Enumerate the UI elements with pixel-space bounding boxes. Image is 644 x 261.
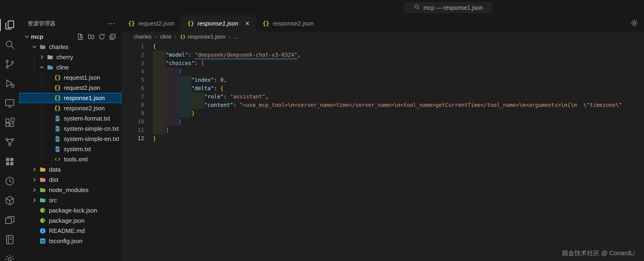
tree-item-label: mcp xyxy=(31,33,43,40)
indent-guide xyxy=(42,144,42,154)
tree-item-package.json[interactable]: package.json xyxy=(19,215,121,226)
code-line-8[interactable]: 8"content": "<use_mcp_tool>\n<server_nam… xyxy=(122,101,644,109)
indent-guide xyxy=(42,154,42,164)
tree-item-dist[interactable]: dist xyxy=(19,175,121,185)
code-line-5[interactable]: 5"index": 0, xyxy=(122,76,644,84)
tree-item-package-lock.json[interactable]: package-lock.json xyxy=(19,205,121,215)
tab-label: response2.json xyxy=(272,20,314,27)
history-icon[interactable] xyxy=(0,171,19,191)
code-token: "<use_mcp_tool> xyxy=(240,102,288,108)
tab-label: response1.json xyxy=(198,20,238,27)
chevron-right-icon[interactable] xyxy=(38,53,46,61)
container-icon[interactable] xyxy=(0,191,19,210)
twistie-spacer xyxy=(30,206,38,214)
line-content: } xyxy=(153,109,195,118)
tree-item-cline[interactable]: cline xyxy=(19,62,121,73)
code-line-9[interactable]: 9} xyxy=(122,109,644,118)
tree-item-node_modules[interactable]: node_modules xyxy=(19,185,121,195)
tab-response1.json[interactable]: {}response1.json✕ xyxy=(181,15,256,32)
extensions-icon[interactable] xyxy=(0,113,19,132)
indent-rainbow-block xyxy=(153,84,166,92)
tree-item-system.txt[interactable]: system.txt xyxy=(19,144,121,154)
source-control-icon[interactable] xyxy=(0,54,19,74)
code-line-11[interactable]: 11] xyxy=(122,126,644,134)
code-line-2[interactable]: 2"model": "deepseek/deepseek-chat-v3-032… xyxy=(122,51,644,59)
collapse-all-icon[interactable] xyxy=(109,33,116,40)
indent-rainbow-block xyxy=(179,84,192,92)
remote-explorer-icon[interactable] xyxy=(0,93,19,113)
tree-item-request2.json[interactable]: {}request2.json xyxy=(19,83,121,93)
tree-item-data[interactable]: data xyxy=(19,164,121,175)
code-token: \n xyxy=(561,102,568,108)
code-line-1[interactable]: 1{ xyxy=(122,42,644,51)
breadcrumb: charles›cline›{}response1.json›… xyxy=(122,32,644,42)
breadcrumb-item-cline[interactable]: cline xyxy=(160,34,171,40)
chevron-right-icon[interactable] xyxy=(30,196,38,204)
tree-item-src[interactable]: src xyxy=(19,195,121,205)
code-line-3[interactable]: 3"choices": [ xyxy=(122,59,644,67)
breadcrumb-item-…[interactable]: … xyxy=(234,34,240,40)
tree-item-system-format.txt[interactable]: system-format.txt xyxy=(19,113,121,124)
new-folder-icon[interactable] xyxy=(88,33,95,40)
tree-item-cherry[interactable]: cherry xyxy=(19,52,121,62)
json-file-icon: {} xyxy=(180,34,186,40)
indent-rainbow-block xyxy=(192,92,204,101)
json-file-icon: {} xyxy=(54,104,62,112)
browser-preview-icon[interactable] xyxy=(0,210,19,230)
tab-request2.json[interactable]: {}request2.json xyxy=(122,15,181,32)
chevron-right-icon[interactable] xyxy=(30,186,38,194)
code-line-12[interactable]: 12} xyxy=(122,134,644,143)
line-content: "role": "assistant", xyxy=(153,92,268,101)
extension-grid-icon[interactable] xyxy=(0,152,19,171)
tab-response2.json[interactable]: {}response2.json xyxy=(256,15,320,32)
tree-item-label: package-lock.json xyxy=(49,207,97,214)
tree-item-system-simple-cn.txt[interactable]: system-simple-cn.txt xyxy=(19,124,121,134)
twistie-spacer xyxy=(45,135,53,143)
vscode-window: mcp — response1.json 资源管理器 ⋯ mcpcharlesc… xyxy=(0,0,644,261)
tree-item-tools.xml[interactable]: tools.xml xyxy=(19,154,121,164)
settings-gear-icon[interactable] xyxy=(0,249,19,261)
tree-item-label: README.md xyxy=(49,227,85,234)
breadcrumb-item-response1.json[interactable]: {}response1.json xyxy=(180,34,226,40)
refresh-icon[interactable] xyxy=(98,33,106,40)
code-token: , xyxy=(224,77,227,83)
breadcrumb-separator: › xyxy=(175,34,176,40)
settings-gear-icon[interactable] xyxy=(630,19,638,28)
tree-item-tsconfig.json[interactable]: TStsconfig.json xyxy=(19,236,121,246)
command-center-search[interactable]: mcp — response1.json xyxy=(404,2,492,13)
code-token: ] xyxy=(166,127,169,133)
tree-item-response1.json[interactable]: {}response1.json xyxy=(19,93,121,103)
code-editor[interactable]: 1{2"model": "deepseek/deepseek-chat-v3-0… xyxy=(122,42,644,261)
title-bar: mcp — response1.json xyxy=(0,0,644,15)
tree-item-README.md[interactable]: README.md xyxy=(19,226,121,236)
run-and-debug-icon[interactable] xyxy=(0,74,19,93)
live-share-icon[interactable] xyxy=(0,132,19,152)
info-file-icon xyxy=(39,227,47,235)
tree-item-response2.json[interactable]: {}response2.json xyxy=(19,103,121,113)
tree-item-mcp[interactable]: mcp xyxy=(19,32,121,42)
close-tab-icon[interactable]: ✕ xyxy=(245,20,250,27)
chevron-down-icon[interactable] xyxy=(30,43,38,51)
explorer-icon[interactable] xyxy=(0,15,19,35)
code-line-4[interactable]: 4{ xyxy=(122,67,644,76)
tree-item-label: package.json xyxy=(49,217,84,224)
notebook-icon[interactable] xyxy=(0,230,19,249)
chevron-right-icon[interactable] xyxy=(30,166,38,173)
code-line-7[interactable]: 7"role": "assistant", xyxy=(122,92,644,101)
chevron-right-icon[interactable] xyxy=(30,176,38,184)
line-number: 11 xyxy=(122,126,144,134)
new-file-icon[interactable] xyxy=(77,33,84,40)
search-icon[interactable] xyxy=(0,35,19,54)
chevron-down-icon[interactable] xyxy=(23,33,31,41)
tree-item-system-simple-en.txt[interactable]: system-simple-en.txt xyxy=(19,134,121,144)
tree-item-charles[interactable]: charles xyxy=(19,42,121,52)
doc-file-icon xyxy=(54,145,62,153)
breadcrumb-item-charles[interactable]: charles xyxy=(134,34,152,40)
code-line-10[interactable]: 10} xyxy=(122,118,644,126)
more-actions-icon[interactable]: ⋯ xyxy=(108,20,115,27)
chevron-down-icon[interactable] xyxy=(38,63,46,71)
tree-item-request1.json[interactable]: {}request1.json xyxy=(19,73,121,83)
xml-file-icon xyxy=(54,155,62,163)
code-line-6[interactable]: 6"delta": { xyxy=(122,84,644,92)
indent-rainbow-block xyxy=(153,51,166,59)
